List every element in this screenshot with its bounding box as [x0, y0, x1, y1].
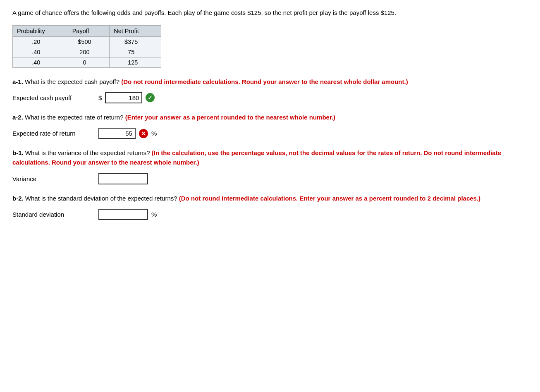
b2-question-static: What is the standard deviation of the ex…	[25, 195, 177, 202]
a1-answer-input[interactable]	[105, 92, 142, 103]
intro-text: A game of chance offers the following od…	[12, 8, 528, 18]
b2-label: b-2.	[12, 195, 24, 202]
table-cell-0-0: .20	[13, 36, 68, 47]
table-cell-1-1: 200	[68, 47, 110, 57]
a2-answer-label: Expected rate of return	[12, 130, 95, 137]
b1-answer-input[interactable]	[98, 173, 148, 184]
b2-answer-row: Standard deviation %	[12, 209, 528, 220]
section-a1: a-1. What is the expected cash payoff? (…	[12, 77, 528, 103]
b1-question: b-1. What is the variance of the expecte…	[12, 148, 528, 167]
table-cell-2-1: 0	[68, 57, 110, 67]
a2-percent-sign: %	[151, 130, 157, 137]
table-cell-0-1: $500	[68, 36, 110, 47]
b2-instruction: (Do not round intermediate calculations.…	[179, 195, 480, 202]
a1-dollar-sign: $	[98, 94, 102, 101]
b2-answer-label: Standard deviation	[12, 211, 95, 218]
a2-question: a-2. What is the expected rate of return…	[12, 112, 528, 122]
a1-answer-label: Expected cash payoff	[12, 94, 95, 101]
a1-answer-row: Expected cash payoff $ ✓	[12, 92, 528, 103]
table-cell-1-2: 75	[110, 47, 161, 57]
col-header-net-profit: Net Profit	[110, 25, 161, 36]
b2-question: b-2. What is the standard deviation of t…	[12, 194, 528, 203]
table-cell-2-0: .40	[13, 57, 68, 67]
a1-check-icon: ✓	[146, 93, 155, 102]
a2-question-static: What is the expected rate of return?	[25, 114, 123, 121]
probability-table: Probability Payoff Net Profit .20$500$37…	[12, 25, 161, 68]
table-cell-2-2: –125	[110, 57, 161, 67]
b1-answer-label: Variance	[12, 175, 95, 182]
a2-x-icon: ✕	[139, 129, 148, 138]
section-b2: b-2. What is the standard deviation of t…	[12, 194, 528, 220]
section-b1: b-1. What is the variance of the expecte…	[12, 148, 528, 184]
col-header-payoff: Payoff	[68, 25, 110, 36]
table-cell-0-2: $375	[110, 36, 161, 47]
a1-question: a-1. What is the expected cash payoff? (…	[12, 77, 528, 86]
a2-label: a-2.	[12, 114, 23, 121]
b1-question-static: What is the variance of the expected ret…	[25, 149, 150, 156]
a1-label: a-1.	[12, 78, 23, 85]
b2-answer-input[interactable]	[98, 209, 148, 220]
b1-label: b-1.	[12, 149, 24, 156]
col-header-probability: Probability	[13, 25, 68, 36]
b1-answer-row: Variance	[12, 173, 528, 184]
a2-answer-row: Expected rate of return ✕ %	[12, 128, 528, 139]
table-cell-1-0: .40	[13, 47, 68, 57]
section-a2: a-2. What is the expected rate of return…	[12, 112, 528, 139]
a1-instruction: (Do not round intermediate calculations.…	[121, 78, 408, 85]
a2-answer-input[interactable]	[98, 128, 136, 139]
b2-percent-sign: %	[151, 211, 157, 218]
a2-instruction: (Enter your answer as a percent rounded …	[125, 114, 335, 121]
a1-question-static: What is the expected cash payoff?	[25, 78, 119, 85]
